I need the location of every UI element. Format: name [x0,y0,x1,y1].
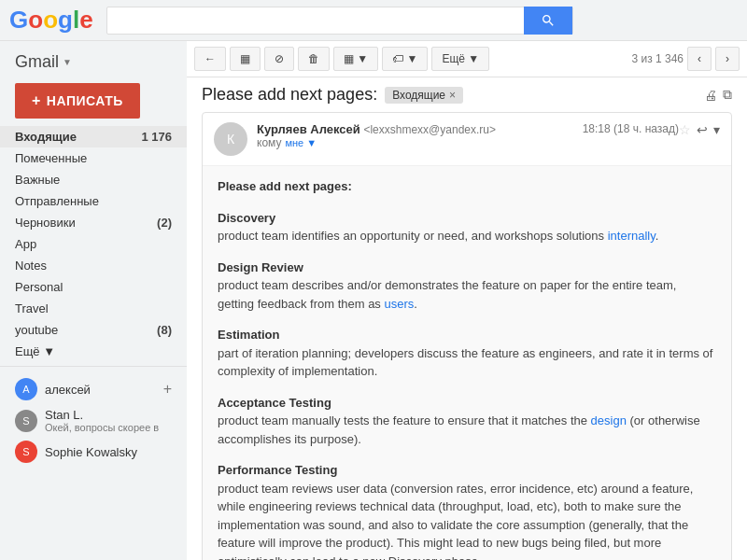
sidebar-item-app[interactable]: App [0,233,187,255]
back-button[interactable]: ← [194,47,226,71]
body-block-header: Please add next pages: [218,177,716,196]
sender-name: Курляев Алексей [257,122,360,136]
search-icon [541,13,556,28]
message-container: К Курляев Алексей <lexxshmexx@yandex.ru>… [202,112,732,560]
compose-button[interactable]: + НАПИСАТЬ [15,83,140,119]
email-area: ← ▦ ⊘ 🗑 ▦ ▼ 🏷 ▼ Ещё ▼ 3 из 1 346 ‹ › Ple… [187,41,747,560]
sender-email: <lexxshmexx@yandex.ru> [363,123,496,136]
delete-button[interactable]: 🗑 [298,47,330,71]
reply-inline-button[interactable]: ↩ [697,122,708,137]
toolbar: ← ▦ ⊘ 🗑 ▦ ▼ 🏷 ▼ Ещё ▼ 3 из 1 346 ‹ › [187,41,747,77]
tag-close-icon[interactable]: × [449,89,456,102]
add-contact-icon[interactable]: + [163,381,172,398]
sender-avatar: К [214,122,247,156]
email-count: 3 из 1 346 [631,52,684,65]
body-block-estimation: Estimation part of iteration planning; d… [218,326,716,381]
sidebar-contacts: А алексей + S Stan L. Окей, вопросы скор… [0,366,187,474]
thread-subject-bar: Please add next pages: Входящие × 🖨 ⧉ [202,85,732,105]
sender-info: Курляев Алексей <lexxshmexx@yandex.ru> к… [257,122,583,149]
google-logo: Google [9,6,93,35]
search-input[interactable] [107,13,524,28]
to-dropdown[interactable]: мне ▼ [285,137,317,148]
move-button[interactable]: ▦ ▼ [333,47,378,71]
contact-aleksei[interactable]: А алексей + [0,374,187,404]
thread-view: Please add next pages: Входящие × 🖨 ⧉ К … [187,77,747,560]
sidebar-item-sent[interactable]: Отправленные [0,190,187,212]
thread-subject: Please add next pages: [202,85,377,105]
spam-button[interactable]: ⊘ [264,47,294,71]
app-header: Google [0,0,747,41]
sidebar-item-drafts[interactable]: Черновики (2) [0,212,187,233]
body-block-acceptance: Acceptance Testing product team manually… [218,394,716,449]
gmail-label[interactable]: Gmail ▼ [0,49,187,76]
avatar-sophie: S [15,441,37,463]
sidebar-item-personal[interactable]: Personal [0,276,187,298]
sidebar: Gmail ▼ + НАПИСАТЬ Входящие 1 176 Помече… [0,41,187,560]
avatar-stan: S [15,410,37,432]
sidebar-item-youtube[interactable]: youtube (8) [0,319,187,341]
inbox-tag: Входящие × [385,87,463,104]
sidebar-item-travel[interactable]: Travel [0,298,187,319]
message-header: К Курляев Алексей <lexxshmexx@yandex.ru>… [203,113,731,166]
popout-button[interactable]: ⧉ [723,87,732,103]
gmail-dropdown-arrow: ▼ [63,57,72,67]
message-body: Please add next pages: Discovery product… [203,166,731,560]
labels-button[interactable]: 🏷 ▼ [382,47,428,71]
search-bar [106,7,573,35]
contact-stan[interactable]: S Stan L. Окей, вопросы скорее в [0,404,187,437]
search-button[interactable] [524,7,572,35]
archive-button[interactable]: ▦ [230,47,261,71]
more-actions-button[interactable]: ▾ [713,122,720,137]
message-header-icons: 🖨 ⧉ [704,87,732,103]
avatar-aleksei: А [15,378,37,400]
body-block-discovery: Discovery product team identifies an opp… [218,209,716,245]
design-link[interactable]: design [591,413,627,427]
sidebar-item-inbox[interactable]: Входящие 1 176 [0,126,187,147]
sidebar-item-important[interactable]: Важные [0,169,187,190]
sidebar-item-more[interactable]: Ещё ▼ [0,341,187,362]
body-block-design: Design Review product team describes and… [218,259,716,314]
compose-plus-icon: + [32,92,41,109]
to-row: кому мне ▼ [257,136,583,149]
contact-sophie[interactable]: S Sophie Kowalsky [0,437,187,467]
message-meta: 18:18 (18 ч. назад) [583,122,679,135]
newer-button[interactable]: ‹ [687,47,712,71]
users-link[interactable]: users [384,297,414,311]
sidebar-item-starred[interactable]: Помеченные [0,147,187,169]
message-actions: ☆ ↩ ▾ [679,122,720,137]
main-layout: Gmail ▼ + НАПИСАТЬ Входящие 1 176 Помече… [0,41,747,560]
internally-link[interactable]: internally [608,229,655,243]
star-icon[interactable]: ☆ [679,122,691,137]
body-block-performance: Performance Testing product team reviews… [218,461,716,560]
print-button[interactable]: 🖨 [704,87,717,103]
older-button[interactable]: › [715,47,740,71]
sidebar-item-notes[interactable]: Notes [0,255,187,276]
more-button[interactable]: Ещё ▼ [431,47,489,71]
